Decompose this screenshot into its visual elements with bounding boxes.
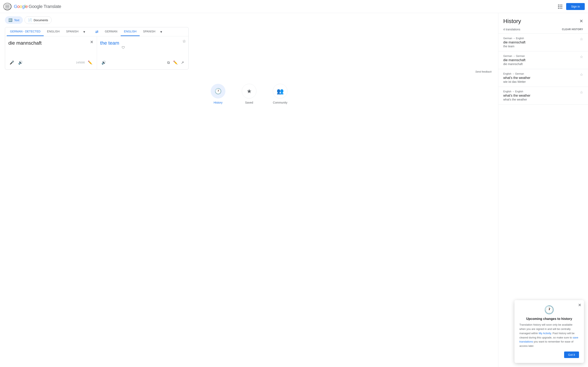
- google-logo: Google Google Translate: [14, 4, 61, 9]
- copy-button[interactable]: ⧉: [166, 59, 171, 66]
- target-lang-english[interactable]: ENGLISH: [121, 27, 140, 36]
- history-item-4[interactable]: English → English what's the weather wha…: [498, 87, 588, 105]
- translation-areas: die mannschaft ✕ 🎤 🔊 14/5000 ✏️: [5, 36, 189, 69]
- input-tools: 🎤 🔊 14/5000 ✏️: [8, 59, 94, 66]
- output-tools-left: 🔊: [100, 59, 107, 66]
- header-right: Sign in: [556, 3, 585, 10]
- input-tools-left: 🎤 🔊: [8, 59, 24, 66]
- sign-in-button[interactable]: Sign in: [566, 3, 585, 10]
- history-close-button[interactable]: ✕: [579, 18, 583, 24]
- favorite-output-button[interactable]: ☆: [182, 39, 186, 44]
- got-it-button[interactable]: Got it: [564, 351, 579, 358]
- history-subheader: 4 translations CLEAR HISTORY: [498, 26, 588, 34]
- my-activity-link[interactable]: My Activity: [539, 332, 551, 335]
- hamburger-menu-button[interactable]: [3, 3, 11, 10]
- history-nav-item[interactable]: 🕐 History: [211, 84, 225, 104]
- history-star-4[interactable]: ☆: [580, 90, 583, 95]
- output-tools-right: ⧉ ✏️ ↗: [166, 59, 185, 66]
- source-lang-english[interactable]: ENGLISH: [44, 27, 63, 36]
- speaker-output-button[interactable]: 🔊: [100, 59, 107, 66]
- target-lang-german[interactable]: GERMAN: [102, 27, 121, 36]
- apps-grid-button[interactable]: [556, 3, 564, 10]
- output-tools: 🔊 ⧉ ✏️ ↗: [100, 59, 185, 66]
- documents-mode-icon: 📄: [28, 18, 32, 22]
- source-lang-dropdown-button[interactable]: ▾: [82, 27, 87, 36]
- text-mode-tab[interactable]: 🔤 Text: [5, 16, 23, 24]
- clear-history-button[interactable]: CLEAR HISTORY: [562, 28, 583, 31]
- header-left: Google Google Translate: [3, 3, 61, 10]
- history-item-2[interactable]: German → German die mannschaft die manns…: [498, 51, 588, 69]
- history-target-1: the team: [503, 45, 583, 48]
- history-item-1[interactable]: German → English die mannschaft the team…: [498, 34, 588, 51]
- char-count: 14/5000: [76, 61, 85, 64]
- history-header: History ✕: [498, 13, 588, 26]
- history-star-3[interactable]: ☆: [580, 72, 583, 77]
- community-nav-label: Community: [273, 101, 287, 104]
- source-lang-spanish[interactable]: SPANISH: [63, 27, 82, 36]
- history-changes-popup: ✕ 🕐 Upcoming changes to history Translat…: [515, 300, 584, 363]
- input-area[interactable]: die mannschaft ✕ 🎤 🔊 14/5000 ✏️: [5, 36, 97, 69]
- translation-box: GERMAN - DETECTED ENGLISH SPANISH ▾ ⇄ GE…: [5, 27, 189, 69]
- left-panel: 🔤 Text 📄 Documents GERMAN - DETECTED ENG…: [0, 13, 498, 367]
- history-item-3[interactable]: English → German what's the weather wie …: [498, 69, 588, 87]
- popup-close-button[interactable]: ✕: [578, 303, 581, 308]
- history-source-3: what's the weather: [503, 76, 583, 80]
- history-star-1[interactable]: ☆: [580, 37, 583, 42]
- microphone-button[interactable]: 🎤: [8, 59, 15, 66]
- mode-tabs: 🔤 Text 📄 Documents: [5, 16, 493, 24]
- history-target-3: wie ist das Wetter: [503, 80, 583, 83]
- popup-history-icon: 🕐: [519, 305, 579, 315]
- history-target-4: what's the weather: [503, 98, 583, 101]
- language-bar: GERMAN - DETECTED ENGLISH SPANISH ▾ ⇄ GE…: [5, 27, 189, 36]
- verified-shield-icon: 🛡: [122, 46, 125, 50]
- documents-mode-tab[interactable]: 📄 Documents: [25, 16, 52, 24]
- history-nav-label: History: [214, 101, 223, 104]
- header: Google Google Translate Sign in: [0, 0, 588, 13]
- main-container: 🔤 Text 📄 Documents GERMAN - DETECTED ENG…: [0, 13, 588, 367]
- history-title: History: [503, 18, 521, 25]
- output-text: the team: [100, 40, 119, 56]
- history-target-2: die mannschaft: [503, 62, 583, 66]
- app-name: Google Translate: [29, 4, 61, 9]
- source-lang-detected[interactable]: GERMAN - DETECTED: [7, 27, 44, 36]
- history-count: 4 translations: [503, 28, 520, 31]
- saved-nav-label: Saved: [245, 101, 253, 104]
- history-lang-1: German → English: [503, 37, 583, 40]
- history-source-2: die mannschaft: [503, 58, 583, 62]
- clear-input-button[interactable]: ✕: [90, 40, 94, 44]
- history-lang-4: English → English: [503, 90, 583, 93]
- text-mode-icon: 🔤: [8, 18, 12, 22]
- saved-nav-item[interactable]: ★ Saved: [242, 84, 256, 104]
- edit-output-button[interactable]: ✏️: [172, 59, 179, 66]
- history-star-2[interactable]: ☆: [580, 55, 583, 59]
- history-icon-circle: 🕐: [211, 84, 225, 99]
- source-lang-tabs: GERMAN - DETECTED ENGLISH SPANISH ▾: [7, 27, 92, 36]
- community-nav-item[interactable]: 👥 Community: [273, 84, 287, 104]
- bottom-nav: 🕐 History ★ Saved 👥 Community: [5, 84, 493, 104]
- history-lang-2: German → German: [503, 55, 583, 58]
- history-panel: History ✕ 4 translations CLEAR HISTORY G…: [498, 13, 588, 367]
- send-feedback-link[interactable]: Send feedback: [5, 69, 493, 74]
- target-lang-dropdown-button[interactable]: ▾: [159, 27, 164, 36]
- target-lang-spanish[interactable]: SPANISH: [140, 27, 158, 36]
- input-text[interactable]: die mannschaft: [8, 40, 94, 56]
- edit-button[interactable]: ✏️: [86, 59, 94, 66]
- output-area: the team 🛡 ☆ 🔊 ⧉ ✏️ ↗: [97, 36, 189, 69]
- history-lang-3: English → German: [503, 72, 583, 75]
- swap-languages-button[interactable]: ⇄: [92, 28, 102, 36]
- target-lang-tabs: GERMAN ENGLISH SPANISH ▾: [102, 27, 187, 36]
- saved-icon-circle: ★: [242, 84, 256, 99]
- share-button[interactable]: ↗: [180, 59, 185, 66]
- popup-title: Upcoming changes to history: [519, 317, 579, 321]
- speaker-input-button[interactable]: 🔊: [17, 59, 24, 66]
- history-source-1: die mannschaft: [503, 41, 583, 44]
- popup-body: Translation history will soon only be av…: [519, 323, 579, 348]
- history-source-4: what's the weather: [503, 94, 583, 98]
- community-icon-circle: 👥: [273, 84, 287, 99]
